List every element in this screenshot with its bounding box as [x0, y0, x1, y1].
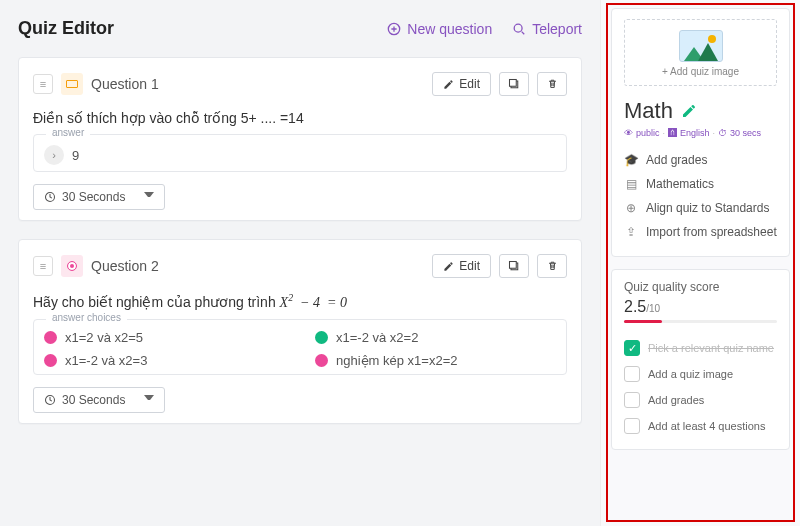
quiz-name: Math: [624, 98, 673, 124]
question-body: Điền số thích hợp vào chỗ trống 5+ .... …: [33, 110, 567, 126]
multiple-choice-icon: [61, 255, 83, 277]
checkbox-icon: [624, 392, 640, 408]
plus-circle-icon: [387, 22, 401, 36]
quality-title: Quiz quality score: [624, 280, 777, 294]
clock-icon: [44, 191, 56, 203]
graduation-icon: 🎓: [624, 153, 638, 167]
question-card: ≡ Question 2 Edit Hãy cho: [18, 239, 582, 424]
copy-icon: [508, 260, 520, 272]
edit-name-button[interactable]: [681, 103, 697, 119]
svg-rect-3: [510, 80, 517, 87]
edit-button[interactable]: Edit: [432, 72, 491, 96]
plus-circle-icon: ⊕: [624, 201, 638, 215]
drag-handle-icon[interactable]: ≡: [33, 256, 53, 276]
timer-select[interactable]: 30 Seconds: [33, 184, 165, 210]
choice-item: x1=2 và x2=5: [44, 330, 285, 345]
quiz-info-card: + Add quiz image Math 👁public · 🅰English…: [611, 8, 790, 257]
chevron-down-icon: [144, 395, 154, 405]
quality-item: Add at least 4 questions: [624, 413, 777, 439]
new-question-label: New question: [407, 21, 492, 37]
choices-legend: answer choices: [46, 312, 127, 323]
quality-score: 2.5/10: [624, 298, 777, 316]
checkbox-icon: [624, 418, 640, 434]
sidebar: + Add quiz image Math 👁public · 🅰English…: [600, 0, 800, 526]
question-label: Question 1: [91, 76, 159, 92]
eye-icon: 👁: [624, 128, 633, 138]
page-title: Quiz Editor: [18, 18, 114, 39]
answer-group: answer › 9: [33, 134, 567, 172]
add-quiz-image-button[interactable]: + Add quiz image: [624, 19, 777, 86]
delete-button[interactable]: [537, 254, 567, 278]
import-spreadsheet-button[interactable]: ⇪Import from spreadsheet: [624, 220, 777, 244]
new-question-button[interactable]: New question: [387, 21, 492, 37]
choice-item: x1=-2 và x2=3: [44, 353, 285, 368]
teleport-label: Teleport: [532, 21, 582, 37]
quality-item: Add grades: [624, 387, 777, 413]
answer-step: › 9: [44, 145, 79, 165]
check-icon: ✓: [624, 340, 640, 356]
choice-item: x1=-2 và x2=2: [315, 330, 556, 345]
question-label: Question 2: [91, 258, 159, 274]
duplicate-button[interactable]: [499, 72, 529, 96]
quality-item: ✓Pick a relevant quiz name: [624, 335, 777, 361]
copy-icon: [508, 78, 520, 90]
svg-point-1: [514, 24, 522, 32]
choice-marker-icon: [315, 354, 328, 367]
add-grades-button[interactable]: 🎓Add grades: [624, 148, 777, 172]
trash-icon: [547, 78, 558, 90]
quality-progress: [624, 320, 777, 323]
image-placeholder-icon: [679, 30, 723, 62]
import-icon: ⇪: [624, 225, 638, 239]
choice-marker-icon: [44, 354, 57, 367]
choices-group: answer choices x1=2 và x2=5 x1=-2 và x2=…: [33, 319, 567, 375]
question-body: Hãy cho biết nghiệm của phương trình X2 …: [33, 292, 567, 311]
svg-rect-6: [510, 262, 517, 269]
trash-icon: [547, 260, 558, 272]
clock-icon: ⏱: [718, 128, 727, 138]
quality-item: Add a quiz image: [624, 361, 777, 387]
timer-select[interactable]: 30 Seconds: [33, 387, 165, 413]
pencil-icon: [443, 79, 454, 90]
delete-button[interactable]: [537, 72, 567, 96]
language-icon: 🅰: [668, 128, 677, 138]
choice-marker-icon: [44, 331, 57, 344]
checkbox-icon: [624, 366, 640, 382]
quiz-meta: 👁public · 🅰English · ⏱30 secs: [624, 128, 777, 138]
topbar: Quiz Editor New question Teleport: [18, 18, 582, 39]
question-card: ≡ Question 1 Edit Điền số thích hợp: [18, 57, 582, 221]
search-icon: [512, 22, 526, 36]
choice-item: nghiệm kép x1=x2=2: [315, 353, 556, 368]
answer-legend: answer: [46, 127, 90, 138]
drag-handle-icon[interactable]: ≡: [33, 74, 53, 94]
clock-icon: [44, 394, 56, 406]
chevron-right-icon: ›: [44, 145, 64, 165]
answer-value: 9: [72, 148, 79, 163]
duplicate-button[interactable]: [499, 254, 529, 278]
book-icon: ▤: [624, 177, 638, 191]
quality-score-card: Quiz quality score 2.5/10 ✓Pick a releva…: [611, 269, 790, 450]
subject-button[interactable]: ▤Mathematics: [624, 172, 777, 196]
fill-blank-icon: [61, 73, 83, 95]
chevron-down-icon: [144, 192, 154, 202]
edit-button[interactable]: Edit: [432, 254, 491, 278]
pencil-icon: [443, 261, 454, 272]
align-standards-button[interactable]: ⊕Align quiz to Standards: [624, 196, 777, 220]
editor-main: Quiz Editor New question Teleport ≡ Ques…: [0, 0, 600, 526]
teleport-button[interactable]: Teleport: [512, 21, 582, 37]
equation: X2 − 4 = 0: [280, 295, 347, 310]
choice-marker-icon: [315, 331, 328, 344]
